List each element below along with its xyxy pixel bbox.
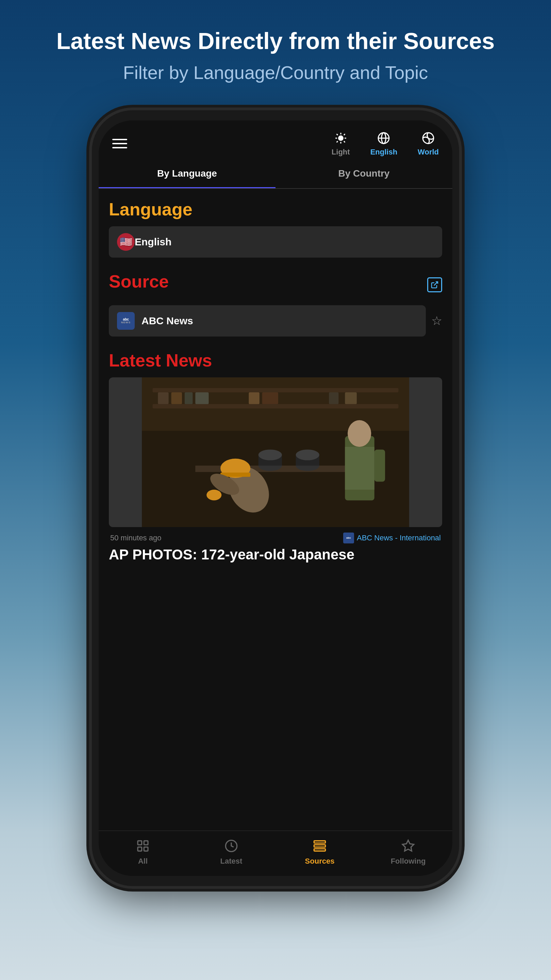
language-name: English [135, 236, 171, 248]
nav-label-english: English [370, 148, 397, 156]
svg-rect-50 [314, 849, 325, 851]
svg-line-6 [344, 141, 345, 142]
svg-line-7 [344, 134, 345, 135]
svg-rect-45 [138, 847, 142, 851]
language-section-title: Language [109, 199, 442, 220]
bottom-nav-latest[interactable]: Latest [187, 838, 275, 865]
bottom-nav-all[interactable]: All [98, 838, 187, 865]
source-header: Source [109, 271, 442, 298]
language-selector[interactable]: 🇺🇸 English [109, 226, 442, 258]
globe-icon [376, 130, 391, 146]
nav-item-light[interactable]: Light [332, 130, 350, 156]
svg-rect-46 [144, 847, 148, 851]
news-meta: 50 minutes ago abc ABC News - Internatio… [109, 527, 442, 546]
svg-marker-51 [402, 840, 414, 851]
us-flag-icon: 🇺🇸 [117, 233, 135, 251]
nav-item-english[interactable]: English [370, 130, 397, 156]
bottom-nav-sources[interactable]: Sources [275, 838, 364, 865]
all-icon [135, 838, 151, 854]
news-headline[interactable]: AP PHOTOS: 172-year-old Japanese [109, 546, 442, 566]
news-source-label: ABC News - International [357, 533, 441, 542]
svg-rect-44 [144, 841, 148, 845]
clock-icon [223, 838, 240, 854]
bottom-nav-following-label: Following [391, 857, 426, 865]
svg-rect-48 [314, 841, 325, 843]
news-image [109, 377, 442, 527]
screen-content: Language 🇺🇸 English Source [98, 189, 453, 830]
bottom-nav-all-label: All [138, 857, 148, 865]
source-selector[interactable]: abc NEWS ABC News [109, 305, 426, 337]
tab-by-country[interactable]: By Country [275, 160, 453, 188]
promo-title: Latest News Directly from their Sources [36, 27, 515, 55]
abc-news-logo: abc NEWS [117, 312, 135, 330]
bottom-nav-latest-label: Latest [221, 857, 243, 865]
source-name: ABC News [141, 315, 418, 327]
source-section-title: Source [109, 271, 169, 292]
news-timestamp: 50 minutes ago [110, 533, 161, 542]
menu-icon[interactable] [112, 139, 127, 148]
news-source-badge: abc ABC News - International [343, 533, 441, 543]
top-bar: Light English [98, 121, 453, 160]
nav-item-world[interactable]: World [418, 130, 439, 156]
nav-label-light: Light [332, 148, 350, 156]
svg-rect-43 [138, 841, 142, 845]
bottom-nav: All Latest [98, 830, 453, 876]
promo-subtitle: Filter by Language/Country and Topic [103, 62, 449, 83]
svg-rect-42 [142, 377, 409, 527]
abc-mini-logo: abc [343, 533, 354, 543]
nav-label-world: World [418, 148, 439, 156]
svg-line-5 [337, 134, 337, 135]
external-link-icon[interactable] [427, 277, 442, 292]
latest-news-title: Latest News [109, 350, 442, 371]
svg-point-0 [338, 135, 343, 141]
brightness-icon [333, 130, 348, 146]
world-icon [421, 130, 436, 146]
bottom-nav-following[interactable]: Following [364, 838, 453, 865]
favorite-star-icon[interactable]: ☆ [431, 314, 442, 328]
star-nav-icon [400, 838, 416, 854]
svg-line-13 [434, 282, 438, 285]
top-nav: Light English [332, 130, 439, 156]
phone-frame: Light English [92, 110, 459, 886]
bottom-nav-sources-label: Sources [305, 857, 335, 865]
phone-mockup: Light English [92, 110, 459, 886]
phone-screen: Light English [98, 121, 453, 876]
svg-rect-49 [314, 845, 325, 847]
tab-row: By Language By Country [98, 160, 453, 189]
sources-icon [311, 838, 328, 854]
svg-line-8 [337, 141, 337, 142]
tab-by-language[interactable]: By Language [98, 160, 275, 188]
